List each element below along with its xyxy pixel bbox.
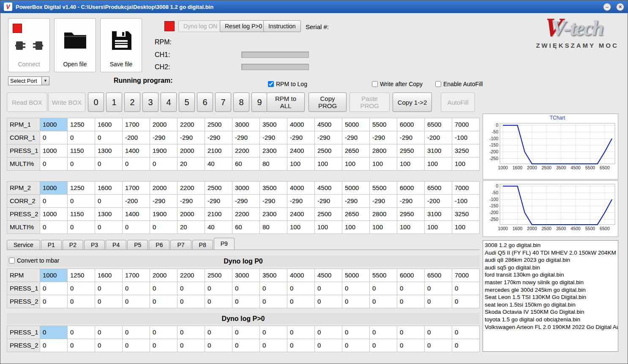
- table-cell[interactable]: 5000: [342, 118, 370, 131]
- table-cell[interactable]: 0: [68, 221, 95, 234]
- file-list-item[interactable]: Volkswagen Arteon FL 2.0 190KM 2022 Go D…: [483, 323, 618, 331]
- table-cell[interactable]: 1400: [123, 208, 150, 221]
- file-list-item[interactable]: ford transit 130km go digital.bin: [483, 271, 618, 279]
- table-cell[interactable]: 0: [205, 339, 232, 352]
- table-cell[interactable]: 100: [452, 158, 480, 171]
- table-cell[interactable]: 0: [205, 295, 232, 308]
- table-cell[interactable]: -290: [205, 195, 232, 208]
- table-cell[interactable]: -290: [342, 131, 370, 144]
- table-cell[interactable]: 2000: [150, 182, 177, 195]
- table-cell[interactable]: 0: [397, 339, 425, 352]
- table-cell[interactable]: 2950: [397, 208, 425, 221]
- table-cell[interactable]: 0: [260, 339, 287, 352]
- table-cell[interactable]: 0: [425, 339, 452, 352]
- table-cell[interactable]: 0: [40, 221, 68, 234]
- table-cell[interactable]: 2200: [232, 144, 260, 158]
- table-cell[interactable]: 0: [95, 195, 123, 208]
- table-cell[interactable]: -290: [315, 131, 342, 144]
- tab-p7[interactable]: P7: [170, 240, 191, 250]
- table-cell[interactable]: 0: [370, 339, 397, 352]
- table-cell[interactable]: 60: [232, 221, 260, 234]
- table-cell[interactable]: 2500: [315, 208, 342, 221]
- table-cell[interactable]: 0: [123, 221, 150, 234]
- table-cell[interactable]: 4000: [287, 182, 315, 195]
- file-list-item[interactable]: master 170km nowy silnik go digital.bin: [483, 279, 618, 286]
- table-cell[interactable]: 2500: [205, 182, 232, 195]
- table-cell[interactable]: 4500: [315, 118, 342, 131]
- digit-button-8[interactable]: 8: [233, 92, 249, 112]
- table-cell[interactable]: 0: [177, 282, 205, 295]
- table-cell[interactable]: 0: [315, 282, 342, 295]
- table-cell[interactable]: 0: [40, 326, 68, 339]
- table-cell[interactable]: 2200: [177, 269, 205, 282]
- close-button[interactable]: ✕: [616, 3, 624, 11]
- table-cell[interactable]: 7000: [452, 269, 480, 282]
- table-cell[interactable]: 2500: [315, 144, 342, 158]
- table-cell[interactable]: 0: [68, 131, 95, 144]
- table-cell[interactable]: -200: [425, 131, 452, 144]
- tab-p6[interactable]: P6: [149, 240, 169, 250]
- table-cell[interactable]: -100: [452, 131, 480, 144]
- paste-prog-button[interactable]: Paste PROG: [349, 92, 390, 112]
- table-cell[interactable]: 0: [260, 326, 287, 339]
- table-cell[interactable]: 2400: [287, 208, 315, 221]
- table-cell[interactable]: 2800: [370, 208, 397, 221]
- open-file-button[interactable]: Open file: [54, 18, 96, 72]
- table-cell[interactable]: 0: [370, 282, 397, 295]
- table-cell[interactable]: 40: [205, 158, 232, 171]
- table-cell[interactable]: 5500: [370, 118, 397, 131]
- connect-button[interactable]: Connect: [8, 18, 50, 72]
- table-cell[interactable]: 2200: [177, 118, 205, 131]
- table-cell[interactable]: 2650: [342, 144, 370, 158]
- table-cell[interactable]: 6500: [425, 118, 452, 131]
- digit-button-1[interactable]: 1: [106, 92, 122, 112]
- table-cell[interactable]: 4500: [315, 269, 342, 282]
- table-cell[interactable]: 1150: [68, 208, 95, 221]
- digit-button-3[interactable]: 3: [142, 92, 158, 112]
- convert-to-mbar-checkbox[interactable]: [9, 258, 15, 263]
- write-after-copy-checkbox[interactable]: [372, 81, 378, 87]
- table-cell[interactable]: -290: [150, 131, 177, 144]
- table-cell[interactable]: 0: [177, 326, 205, 339]
- table-cell[interactable]: 6500: [425, 269, 452, 282]
- table-cell[interactable]: 80: [260, 158, 287, 171]
- table-cell[interactable]: 0: [68, 158, 95, 171]
- table-cell[interactable]: 0: [123, 339, 150, 352]
- table-cell[interactable]: 0: [232, 326, 260, 339]
- table-cell[interactable]: 2400: [287, 144, 315, 158]
- autofill-button[interactable]: AutoFill: [441, 92, 475, 112]
- digit-button-7[interactable]: 7: [215, 92, 231, 112]
- table-cell[interactable]: 0: [40, 282, 68, 295]
- table-cell[interactable]: 0: [452, 339, 480, 352]
- table-cell[interactable]: 0: [150, 282, 177, 295]
- table-cell[interactable]: 0: [370, 326, 397, 339]
- table-cell[interactable]: 0: [40, 339, 68, 352]
- table-cell[interactable]: -290: [397, 131, 425, 144]
- table-cell[interactable]: 0: [342, 295, 370, 308]
- reset-log-button[interactable]: Reset log P>0: [220, 20, 267, 32]
- table-cell[interactable]: 0: [452, 295, 480, 308]
- tab-p5[interactable]: P5: [127, 240, 148, 250]
- digit-button-5[interactable]: 5: [179, 92, 195, 112]
- table-cell[interactable]: 2000: [150, 118, 177, 131]
- table-cell[interactable]: 40: [205, 221, 232, 234]
- tab-p2[interactable]: P2: [63, 240, 83, 250]
- table-cell[interactable]: 0: [452, 326, 480, 339]
- table-cell[interactable]: 2300: [260, 144, 287, 158]
- table-cell[interactable]: 3000: [232, 182, 260, 195]
- file-list-item[interactable]: Skoda Octavia IV 150KM Go Digital.bin: [483, 308, 618, 316]
- table-cell[interactable]: 1000: [40, 208, 68, 221]
- table-cell[interactable]: -100: [452, 195, 480, 208]
- table-cell[interactable]: 1000: [40, 182, 68, 195]
- table-cell[interactable]: 100: [287, 158, 315, 171]
- table-cell[interactable]: 2650: [342, 208, 370, 221]
- table-cell[interactable]: 0: [150, 158, 177, 171]
- table-cell[interactable]: 0: [95, 282, 123, 295]
- table-cell[interactable]: 0: [95, 131, 123, 144]
- table-cell[interactable]: 100: [342, 158, 370, 171]
- table-cell[interactable]: -290: [232, 195, 260, 208]
- table-cell[interactable]: 5000: [342, 269, 370, 282]
- table-cell[interactable]: 80: [260, 221, 287, 234]
- table-cell[interactable]: 1900: [150, 208, 177, 221]
- table-cell[interactable]: 1250: [68, 118, 95, 131]
